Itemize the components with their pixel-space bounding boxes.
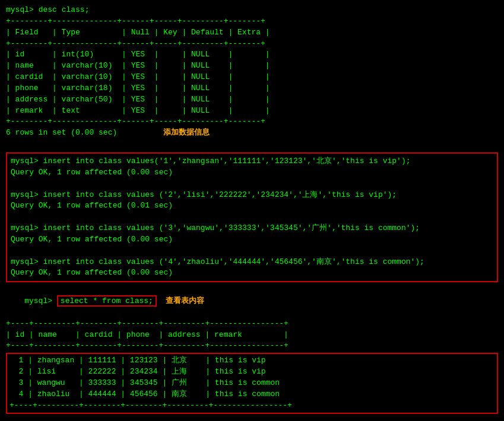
insert-cmd-2: mysql> insert into class values ('2','li… <box>11 190 493 201</box>
select-results-box: 1 | zhangsan | 111111 | 123123 | 北京 | th… <box>6 353 498 413</box>
table-border-mid: +--------+--------------+------+-----+--… <box>6 39 498 50</box>
select-table-border-top: +----+---------+--------+--------+------… <box>6 318 498 330</box>
prompt-1: mysql> <box>6 5 34 14</box>
insert-result-3: Query OK, 1 row affected (0.00 sec) <box>11 234 493 245</box>
table-row-remark: | remark | text | YES | | NULL | | <box>6 106 498 117</box>
insert-result-1: Query OK, 1 row affected (0.00 sec) <box>11 167 493 178</box>
select-row-3: 3 | wangwu | 333333 | 345345 | 广州 | this… <box>9 378 495 389</box>
table-row-name: | name | varchar(10) | YES | | NULL | | <box>6 60 498 72</box>
table-row-id: | id | int(10) | YES | | NULL | | <box>6 49 498 60</box>
insert-cmd-1: mysql> insert into class values('1','zha… <box>11 156 493 167</box>
table-row-phone: | phone | varchar(18) | YES | | NULL | | <box>6 83 498 94</box>
table-row-address: | address | varchar(50) | YES | | NULL |… <box>6 94 498 106</box>
desc-result: 6 rows in set (0.00 sec) 添加数据信息 <box>6 127 498 139</box>
insert-result-2: Query OK, 1 row affected (0.01 sec) <box>11 200 493 212</box>
select-table-border-mid: +----+---------+--------+--------+------… <box>6 340 498 352</box>
insert-cmd-4: mysql> insert into class values ('4','zh… <box>11 257 493 268</box>
select-table-header: | id | name | cardid | phone | address |… <box>6 330 498 341</box>
select-row-4: 4 | zhaoliu | 444444 | 456456 | 南京 | thi… <box>9 389 495 400</box>
table-header: | Field | Type | Null | Key | Default | … <box>6 27 498 39</box>
insert-statements-box: mysql> insert into class values('1','zha… <box>6 152 498 282</box>
select-table-border-bot: +----+---------+--------+--------+------… <box>9 400 495 412</box>
select-command-line: mysql> select * from class; 查看表内容 <box>6 285 498 318</box>
select-row-1: 1 | zhangsan | 111111 | 123123 | 北京 | th… <box>9 355 495 366</box>
prompt-select: mysql> <box>24 296 52 305</box>
insert-result-4: Query OK, 1 row affected (0.00 sec) <box>11 267 493 279</box>
select-row-2: 2 | lisi | 222222 | 234234 | 上海 | this i… <box>9 366 495 378</box>
annotation-select: 查看表内容 <box>166 296 204 305</box>
table-border-bot: +--------+--------------+------+-----+--… <box>6 116 498 127</box>
annotation-insert: 添加数据信息 <box>163 128 210 137</box>
table-row-cardid: | cardid | varchar(10) | YES | | NULL | … <box>6 72 498 83</box>
desc-command-line: mysql> desc class; <box>6 5 498 16</box>
select-cmd-text: select * from class; <box>61 296 153 305</box>
desc-command-text: desc class; <box>39 5 90 14</box>
table-border-top: +--------+--------------+------+-----+--… <box>6 16 498 27</box>
select-cmd-box: select * from class; <box>57 295 157 307</box>
insert-cmd-3: mysql> insert into class values ('3','wa… <box>11 223 493 234</box>
terminal-window: mysql> desc class; +--------+-----------… <box>6 5 498 421</box>
